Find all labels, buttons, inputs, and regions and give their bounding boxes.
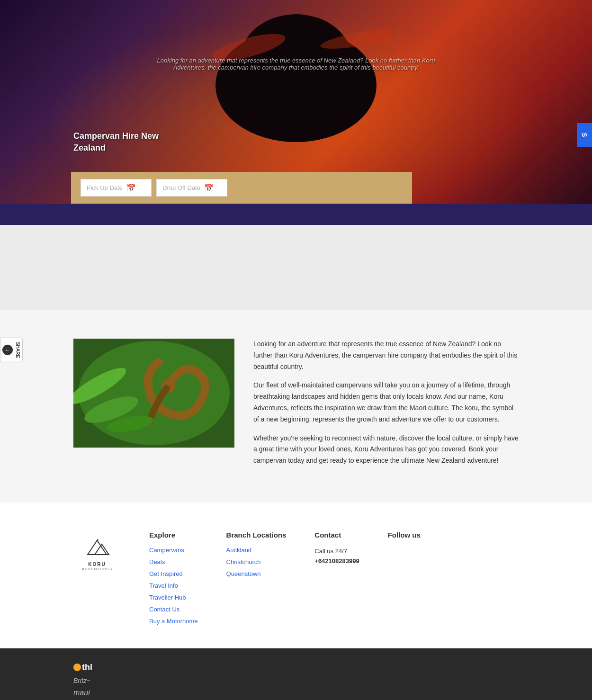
dropoff-placeholder: Drop Off Date xyxy=(162,184,200,191)
branch-queenstown[interactable]: Queenstown xyxy=(226,570,287,577)
dropoff-calendar-icon[interactable]: 📅 xyxy=(204,183,214,192)
pickup-date-input[interactable]: Pick Up Date 📅 xyxy=(81,179,152,197)
hero-title: Campervan Hire New Zealand xyxy=(73,130,159,154)
britz-text: Britz~ xyxy=(73,677,90,684)
contact-call-label: Call us 24/7 +642108283999 xyxy=(314,547,359,566)
content-para2: Our fleet of well-maintained campervans … xyxy=(253,380,519,425)
contact-heading: Contact xyxy=(314,531,359,539)
footer-follow: Follow us xyxy=(388,531,421,629)
hero-tagline: Looking for an adventure that represents… xyxy=(154,57,438,71)
date-picker-bar: Pick Up Date 📅 Drop Off Date 📅 xyxy=(71,172,412,204)
footer-contact: Contact Call us 24/7 +642108283999 xyxy=(314,531,359,629)
footer-bottom: thl Britz~ maui mighty RVsuper center ✦ … xyxy=(0,648,592,700)
explore-traveller-hub[interactable]: Traveller Hub xyxy=(149,594,198,601)
branch-auckland[interactable]: Auckland xyxy=(226,547,287,554)
nav-bar xyxy=(0,204,592,225)
hero-tree xyxy=(201,9,391,152)
logo-sub: ADVENTURES xyxy=(82,567,113,571)
explore-deals[interactable]: Deals xyxy=(149,558,198,565)
svg-text:✦: ✦ xyxy=(96,538,99,542)
maui-text: maui xyxy=(73,689,90,697)
grey-spacer xyxy=(0,225,592,310)
dropoff-date-input[interactable]: Drop Off Date 📅 xyxy=(156,179,227,197)
footer-logo: ✦ KORU ADVENTURES xyxy=(73,531,121,629)
svg-marker-16 xyxy=(95,544,109,555)
pickup-calendar-icon[interactable]: 📅 xyxy=(126,183,136,192)
content-text: Looking for an adventure that represents… xyxy=(253,339,519,474)
content-para3: Whether you're seeking to reconnect with… xyxy=(253,433,519,467)
pickup-placeholder: Pick Up Date xyxy=(87,184,123,191)
maui-brand: maui xyxy=(73,689,109,697)
share-label: SHARE xyxy=(15,342,20,358)
branches-heading: Branch Locations xyxy=(226,531,287,539)
footer-explore: Explore Campervans Deals Get Inspired Tr… xyxy=(149,531,198,629)
share-button[interactable]: SHARE ← xyxy=(0,338,23,362)
koru-logo-icon: ✦ xyxy=(83,531,111,559)
follow-heading: Follow us xyxy=(388,531,421,539)
content-section: Looking for an adventure that represents… xyxy=(0,310,592,503)
britz-brand: Britz~ xyxy=(73,676,109,685)
fern-image xyxy=(73,339,234,448)
contact-phone: +642108283999 xyxy=(314,557,359,565)
footer-branches: Branch Locations Auckland Christchurch Q… xyxy=(226,531,287,629)
thl-text: thl xyxy=(82,663,92,673)
explore-heading: Explore xyxy=(149,531,198,539)
explore-campervans[interactable]: Campervans xyxy=(149,547,198,554)
logo-name: KORU xyxy=(88,562,106,567)
share-arrow-icon: ← xyxy=(2,345,13,355)
thl-circle-icon xyxy=(73,664,81,671)
explore-contact-us[interactable]: Contact Us xyxy=(149,606,198,613)
footer-main: ✦ KORU ADVENTURES Explore Campervans Dea… xyxy=(0,503,592,648)
brand-logos: thl Britz~ maui mighty RVsuper center ✦ … xyxy=(73,663,109,700)
explore-buy-motorhome[interactable]: Buy a Motorhome xyxy=(149,618,198,625)
explore-travel-info[interactable]: Travel Info xyxy=(149,582,198,589)
search-button[interactable]: S xyxy=(577,123,592,147)
branch-christchurch[interactable]: Christchurch xyxy=(226,558,287,565)
explore-get-inspired[interactable]: Get Inspired xyxy=(149,570,198,577)
hero-section: Looking for an adventure that represents… xyxy=(0,0,592,204)
content-para1: Looking for an adventure that represents… xyxy=(253,339,519,372)
thl-brand: thl xyxy=(73,663,109,673)
